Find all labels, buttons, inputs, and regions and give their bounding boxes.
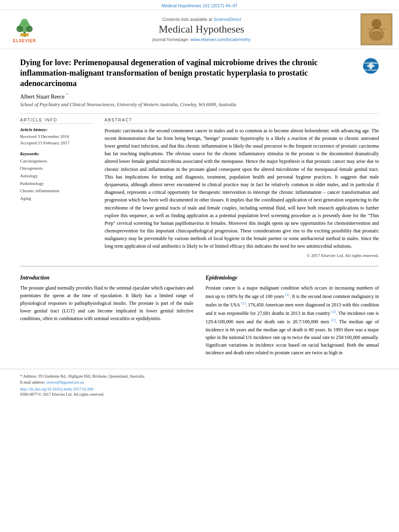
epidemiology-heading: Epidemiology <box>206 275 379 281</box>
article-title-block: Dying for love: Perimenopausal degenerat… <box>20 57 379 88</box>
body-columns: Introduction The prostate gland normally… <box>20 275 379 357</box>
science-direct-link[interactable]: ScienceDirect <box>214 17 241 22</box>
journal-title: Medical Hypotheses <box>47 23 356 35</box>
keywords-list: CarcinogenesisOncogenesisAetiologyPathob… <box>20 157 93 202</box>
journal-citation: Medical Hypotheses 101 (2017) 44–47 <box>162 3 238 8</box>
article-content: Dying for love: Perimenopausal degenerat… <box>0 49 399 365</box>
journal-thumbnail <box>360 13 393 45</box>
footnote-address: * Address: 39 Gladstone Rd., Highgate Hi… <box>20 373 379 379</box>
keyword-item: Carcinogenesis <box>20 157 93 165</box>
epidemiology-text: Prostate cancer is a major malignant con… <box>206 284 379 357</box>
homepage-label: journal homepage: <box>152 37 189 42</box>
introduction-heading: Introduction <box>20 275 193 281</box>
journal-top-bar: Medical Hypotheses 101 (2017) 44–47 <box>0 0 399 10</box>
abstract-text: Prostatic carcinoma is the second common… <box>105 127 379 251</box>
article-title-text: Dying for love: Perimenopausal degenerat… <box>20 57 359 88</box>
abstract-col: ABSTRACT Prostatic carcinoma is the seco… <box>105 118 379 258</box>
history-label: Article history: <box>20 127 93 132</box>
svg-point-2 <box>16 26 23 33</box>
journal-cover-image <box>361 14 392 45</box>
divider <box>20 113 379 114</box>
keyword-item: Aetiology <box>20 172 93 180</box>
journal-header-center: Contents lists available at ScienceDirec… <box>47 17 356 42</box>
keyword-item: Pathobiology <box>20 180 93 187</box>
svg-point-5 <box>21 23 23 26</box>
author-sup: * <box>66 92 68 97</box>
svg-point-6 <box>26 23 29 26</box>
affiliation: School of Psychiatry and Clinical Neuros… <box>20 102 379 108</box>
accepted-date: Accepted 13 February 2017 <box>20 140 93 146</box>
doi-link: http://dx.doi.org/10.1016/j.mehy.2017.02… <box>20 387 379 391</box>
elsevier-tree-icon <box>10 16 39 38</box>
copyright: © 2017 Elsevier Ltd. All rights reserved… <box>105 253 379 258</box>
keyword-item: Chronic inflammation <box>20 187 93 195</box>
keyword-item: Oncogenesis <box>20 164 93 172</box>
svg-point-11 <box>372 19 381 29</box>
author-name: Albert Stuart Reece * <box>20 92 379 100</box>
svg-point-12 <box>369 31 384 41</box>
article-info-col: ARTICLE INFO Article history: Received 3… <box>20 118 93 258</box>
keywords-label: Keywords: <box>20 151 93 156</box>
svg-point-3 <box>26 26 33 33</box>
elsevier-logo: ELSEVIER <box>6 16 43 43</box>
journal-header: ELSEVIER Contents lists available at Sci… <box>0 10 399 49</box>
body-divider <box>20 266 379 267</box>
page-wrapper: Medical Hypotheses 101 (2017) 44–47 ELSE… <box>0 0 399 401</box>
abstract-label: ABSTRACT <box>105 118 379 124</box>
contents-label: Contents lists available at <box>162 17 212 22</box>
doi-anchor[interactable]: http://dx.doi.org/10.1016/j.mehy.2017.02… <box>20 387 93 391</box>
article-info-abstract: ARTICLE INFO Article history: Received 3… <box>20 118 379 258</box>
received-date: Received 3 December 2016 <box>20 133 93 140</box>
science-direct-info: Contents lists available at ScienceDirec… <box>47 17 356 22</box>
keyword-item: Aging <box>20 195 93 202</box>
svg-text:click for updates: click for updates <box>363 69 379 71</box>
email-label: E-mail address: <box>20 380 45 384</box>
homepage-url[interactable]: www.elsevier.com/locate/mehy <box>190 37 251 42</box>
footnote-email: E-mail address: sreece@bigpond.net.au <box>20 379 379 385</box>
introduction-text: The prostate gland normally provides flu… <box>20 284 193 323</box>
email-link[interactable]: sreece@bigpond.net.au <box>46 380 84 384</box>
journal-homepage: journal homepage: www.elsevier.com/locat… <box>47 37 356 42</box>
introduction-col: Introduction The prostate gland normally… <box>20 275 193 357</box>
crossmark-icon: CrossMark click for updates <box>363 58 379 74</box>
article-info-label: ARTICLE INFO <box>20 118 93 124</box>
elsevier-brand-label: ELSEVIER <box>13 39 36 43</box>
epidemiology-col: Epidemiology Prostate cancer is a major … <box>206 275 379 357</box>
issn-text: 0306-9877/© 2017 Elsevier Ltd. All right… <box>20 392 379 396</box>
page-footer: * Address: 39 Gladstone Rd., Highgate Hi… <box>0 369 399 401</box>
